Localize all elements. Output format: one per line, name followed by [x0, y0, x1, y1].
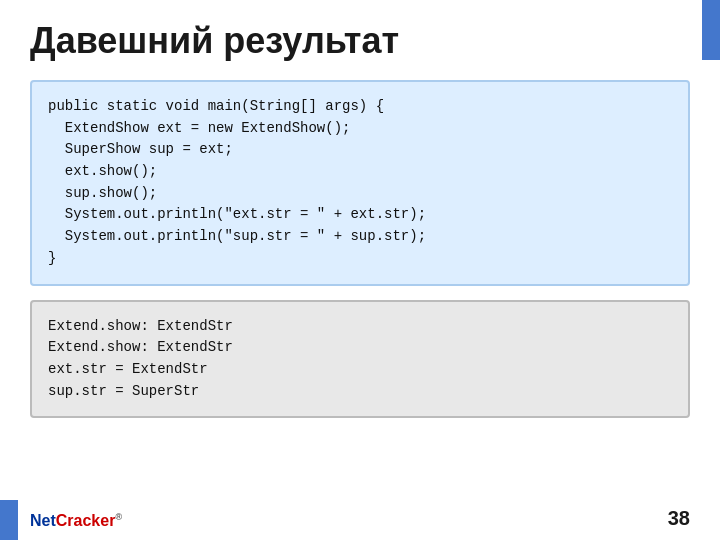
footer: NetCracker®: [30, 512, 122, 530]
output-block: Extend.show: ExtendStr Extend.show: Exte…: [30, 300, 690, 419]
page-container: Давешний результат public static void ma…: [0, 0, 720, 540]
page-number: 38: [668, 507, 690, 530]
page-title: Давешний результат: [30, 20, 690, 62]
logo: NetCracker®: [30, 512, 122, 530]
accent-decoration-bottom: [0, 500, 18, 540]
accent-decoration-top: [702, 0, 720, 60]
logo-cracker: Cracker: [56, 512, 116, 529]
logo-net: Net: [30, 512, 56, 529]
code-block: public static void main(String[] args) {…: [30, 80, 690, 286]
logo-reg: ®: [115, 512, 122, 522]
